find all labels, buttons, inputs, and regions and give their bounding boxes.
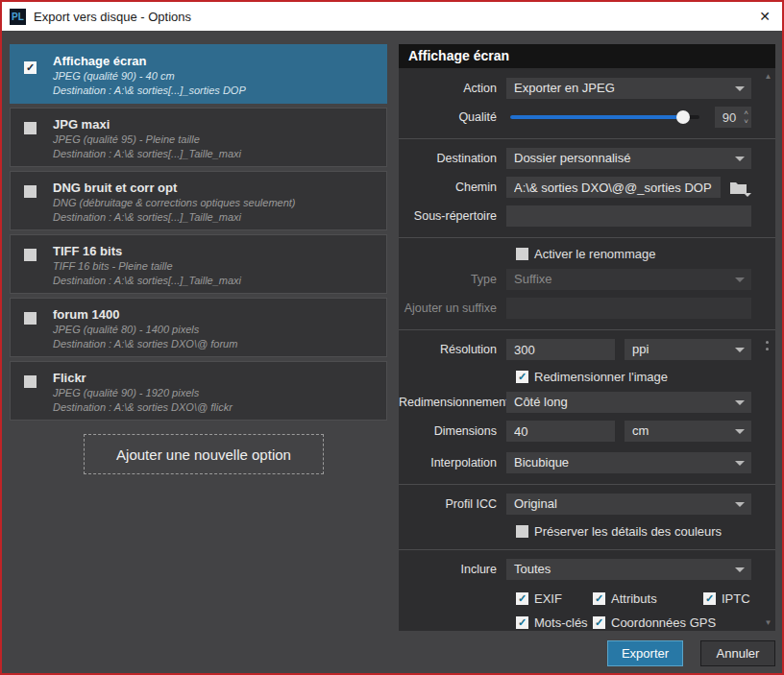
keywords-label: Mots-clés: [534, 615, 588, 630]
checkbox-unchecked-icon[interactable]: [24, 312, 37, 325]
include-value: Toutes: [514, 562, 551, 576]
preset-item-jpg-maxi[interactable]: JPG maxi JPEG (qualité 95) - Pleine tail…: [10, 108, 387, 167]
checkbox-unchecked-icon[interactable]: [516, 248, 528, 260]
preset-format: TIFF 16 bits - Pleine taille: [53, 259, 380, 274]
panel-scrollbar[interactable]: ▲ ▼: [762, 70, 774, 629]
checkbox-unchecked-icon[interactable]: [24, 249, 37, 261]
action-dropdown[interactable]: Exporter en JPEG: [506, 78, 751, 99]
quality-slider[interactable]: [506, 107, 703, 128]
preset-destination: Destination : A:\& sorties[...]_Taille_m…: [53, 210, 380, 225]
destination-dropdown[interactable]: Dossier personnalisé: [506, 148, 751, 169]
chevron-down-icon: [735, 567, 745, 572]
checkbox-checked-icon[interactable]: ✓: [703, 592, 716, 605]
exif-checkbox[interactable]: ✓ EXIF: [516, 591, 593, 606]
attributes-label: Attributs: [611, 591, 657, 606]
interpolation-dropdown[interactable]: Bicubique: [506, 452, 751, 473]
path-label: Chemin: [399, 181, 506, 194]
add-new-option-button[interactable]: Ajouter une nouvelle option: [84, 434, 324, 474]
scrollbar-thumb[interactable]: [766, 341, 769, 350]
suffix-input: [506, 298, 751, 319]
interpolation-label: Interpolation: [399, 456, 506, 470]
dimensions-unit-dropdown[interactable]: cm: [625, 421, 751, 442]
spinner-up-icon[interactable]: ˄: [744, 108, 748, 117]
quality-label: Qualité: [399, 110, 506, 124]
preset-format: JPEG (qualité 95) - Pleine taille: [53, 133, 380, 147]
title-bar: PL Export vers disque - Options ✕: [2, 2, 782, 31]
iptc-checkbox[interactable]: ✓ IPTC: [703, 591, 750, 606]
include-label: Inclure: [399, 563, 506, 576]
chevron-down-icon: [735, 157, 745, 161]
enable-rename-checkbox[interactable]: Activer le renommage: [516, 247, 655, 261]
chevron-down-icon: [735, 86, 745, 91]
checkbox-unchecked-icon[interactable]: [24, 185, 37, 198]
resize-mode-dropdown[interactable]: Côté long: [506, 392, 751, 413]
preset-name: TIFF 16 bits: [53, 243, 380, 259]
browse-folder-button[interactable]: [726, 177, 751, 198]
chevron-down-icon: [735, 277, 745, 282]
rename-type-label: Type: [399, 273, 506, 286]
checkbox-checked-icon[interactable]: ✓: [516, 616, 528, 629]
preset-item-flickr[interactable]: Flickr JPEG (qualité 90) - 1920 pixels D…: [10, 361, 387, 421]
include-dropdown[interactable]: Toutes: [506, 559, 751, 580]
subdir-input[interactable]: [506, 205, 751, 227]
gps-coordinates-checkbox[interactable]: ✓ Coordonnées GPS: [593, 615, 716, 630]
checkbox-checked-icon[interactable]: ✓: [593, 616, 605, 629]
resolution-input[interactable]: [506, 339, 615, 360]
resize-image-label: Redimensionner l'image: [534, 370, 668, 384]
destination-value: Dossier personnalisé: [514, 151, 630, 165]
preset-item-forum-1400[interactable]: forum 1400 JPEG (qualité 80) - 1400 pixe…: [10, 298, 387, 357]
checkbox-checked-icon[interactable]: ✓: [516, 371, 528, 383]
resize-image-checkbox[interactable]: ✓ Redimensionner l'image: [516, 370, 668, 384]
preset-item-affichage-ecran[interactable]: ✓ Affichage écran JPEG (qualité 90) - 40…: [10, 44, 387, 104]
enable-rename-label: Activer le renommage: [534, 247, 655, 261]
folder-dropdown-icon: [744, 193, 751, 197]
checkbox-unchecked-icon[interactable]: [24, 122, 37, 134]
resize-mode-label: Redimensionnement: [399, 396, 506, 409]
resolution-unit-dropdown[interactable]: ppi: [625, 339, 751, 360]
checkbox-checked-icon[interactable]: ✓: [516, 592, 528, 605]
slider-thumb-icon[interactable]: [676, 110, 690, 124]
resolution-label: Résolution: [399, 343, 506, 356]
interpolation-value: Bicubique: [514, 455, 569, 470]
preset-item-dng-bruit[interactable]: DNG bruit et corr opt DNG (débruitage & …: [10, 171, 387, 230]
export-button[interactable]: Exporter: [607, 640, 683, 666]
scroll-up-icon[interactable]: ▲: [762, 72, 774, 81]
suffix-label: Ajouter un suffixe: [399, 301, 506, 315]
dimensions-input[interactable]: [506, 421, 615, 442]
checkbox-unchecked-icon[interactable]: [516, 525, 528, 538]
window-title: Export vers disque - Options: [34, 10, 191, 24]
preserve-color-details-checkbox[interactable]: Préserver les détails des couleurs: [516, 524, 722, 539]
slider-fill: [510, 115, 683, 119]
checkbox-checked-icon[interactable]: ✓: [593, 592, 605, 605]
chevron-down-icon: [735, 348, 745, 352]
iptc-label: IPTC: [722, 591, 750, 606]
checkbox-unchecked-icon[interactable]: [24, 375, 37, 388]
preset-destination: Destination : A:\& sorties[...]_Taille_m…: [53, 147, 380, 161]
attributes-checkbox[interactable]: ✓ Attributs: [593, 591, 703, 606]
action-value: Exporter en JPEG: [514, 81, 615, 95]
options-panel: Affichage écran Action Exporter en JPEG …: [399, 44, 775, 631]
cancel-button[interactable]: Annuler: [700, 640, 775, 666]
icc-profile-dropdown[interactable]: Original: [506, 494, 751, 515]
chevron-down-icon: [735, 400, 745, 405]
quality-spinner[interactable]: ˄ ˅: [715, 107, 751, 128]
preset-destination: Destination : A:\& sorties[...]_Taille_m…: [53, 274, 380, 288]
preset-destination: Destination : A:\& sorties DXO\@ forum: [53, 337, 380, 351]
resize-mode-value: Côté long: [514, 395, 568, 409]
preset-format: JPEG (qualité 90) - 40 cm: [53, 69, 380, 84]
preset-item-tiff-16-bits[interactable]: TIFF 16 bits TIFF 16 bits - Pleine taill…: [10, 234, 387, 294]
close-icon[interactable]: ✕: [753, 5, 776, 28]
dimensions-unit-value: cm: [632, 423, 649, 438]
section-divider: [399, 138, 775, 139]
preset-name: Affichage écran: [53, 53, 380, 69]
spinner-down-icon[interactable]: ˅: [744, 117, 748, 126]
path-input[interactable]: [506, 177, 721, 198]
chevron-down-icon: [735, 461, 745, 466]
keywords-checkbox[interactable]: ✓ Mots-clés: [516, 615, 593, 630]
scroll-down-icon[interactable]: ▼: [762, 618, 774, 627]
icc-profile-value: Original: [514, 496, 557, 511]
destination-label: Destination: [399, 152, 506, 165]
icc-profile-label: Profil ICC: [399, 497, 506, 511]
preserve-color-details-label: Préserver les détails des couleurs: [534, 524, 722, 539]
checkbox-checked-icon[interactable]: ✓: [24, 61, 37, 74]
